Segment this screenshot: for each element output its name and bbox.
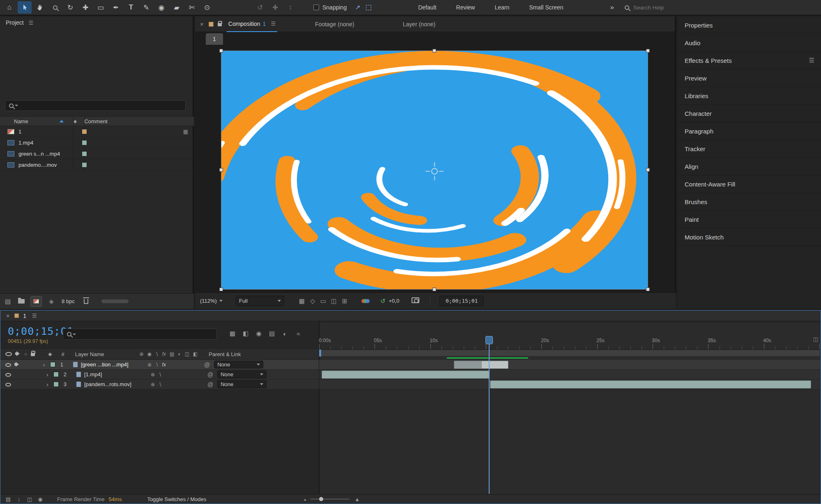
motion-blur-switch-header-icon[interactable]: ◐ <box>178 351 181 357</box>
parent-dropdown[interactable]: None <box>217 380 267 388</box>
zoom-tool-icon[interactable] <box>48 1 62 14</box>
adjustment-switch-header-icon[interactable]: ◫ <box>185 351 189 357</box>
panel-tab-brushes[interactable]: Brushes <box>677 193 821 211</box>
clone-stamp-tool-icon[interactable]: ◉ <box>154 1 168 14</box>
layer-visibility-icon[interactable] <box>5 361 11 368</box>
layer-name[interactable]: [1.mp4] <box>84 371 146 377</box>
layer-name-column-header[interactable]: Layer Name <box>75 351 104 357</box>
rotate-tool-icon[interactable]: ↻ <box>63 1 77 14</box>
selection-handle[interactable] <box>646 288 650 291</box>
comp-mini-flowchart-icon[interactable]: ▦ <box>227 329 238 338</box>
shy-switch-header-icon[interactable]: ◉ <box>147 351 152 357</box>
adjust-icon[interactable]: ◈ <box>46 297 57 306</box>
timeline-search-input[interactable] <box>79 331 213 337</box>
lock-column-icon[interactable] <box>31 351 35 357</box>
layer-switches-pane-icon[interactable]: ▤ <box>3 494 14 504</box>
home-icon[interactable]: ⌂ <box>2 1 16 14</box>
panel-tab-audio[interactable]: Audio <box>677 34 821 52</box>
layer-collapse-icon[interactable]: ⊕ <box>151 382 155 387</box>
playhead-line[interactable] <box>489 343 490 494</box>
snap-arrow-icon[interactable]: ↗ <box>352 2 363 13</box>
time-ruler[interactable]: 0:00s 05s 10s 15s 20s 25s 30s 35s 40s <box>319 335 820 350</box>
orbit-camera-tool-icon[interactable]: ↺ <box>253 1 267 14</box>
panel-tab-libraries[interactable]: Libraries <box>677 87 821 105</box>
transparency-grid-icon[interactable]: ◫ <box>329 296 339 306</box>
workspace-tab-small-screen[interactable]: Small Screen <box>529 4 563 11</box>
panel-tab-motion-sketch[interactable]: Motion Sketch <box>677 228 821 246</box>
viewer-panel-menu-icon[interactable]: ☰ <box>271 21 276 27</box>
layer-collapse-icon[interactable]: ⊕ <box>151 372 155 377</box>
panel-tab-paragraph[interactable]: Paragraph <box>677 122 821 140</box>
collapse-switch-header-icon[interactable]: ⊕ <box>140 351 144 357</box>
project-search-input[interactable] <box>21 103 182 109</box>
snap-bounds-icon[interactable] <box>363 2 374 13</box>
parent-pickwhip-icon[interactable]: @ <box>204 361 210 368</box>
grid-guides-icon[interactable]: ▦ <box>297 296 307 306</box>
label-color-swatch[interactable] <box>82 151 87 156</box>
label-color-swatch[interactable] <box>82 129 87 134</box>
pen-tool-icon[interactable]: ✒ <box>109 1 123 14</box>
effects-presets-menu-icon[interactable]: ☰ <box>809 57 814 64</box>
sort-ascending-icon[interactable] <box>60 120 64 122</box>
viewer-timecode[interactable]: 0;00;15;01 <box>439 296 484 306</box>
parent-pickwhip-icon[interactable]: @ <box>207 381 213 388</box>
tab-layer[interactable]: Layer (none) <box>403 21 435 28</box>
pan-behind-tool-icon[interactable]: ✚ <box>78 1 92 14</box>
layer-collapse-icon[interactable]: ⊕ <box>147 362 152 368</box>
threed-switch-header-icon[interactable]: ◧ <box>193 351 198 357</box>
column-header-label-icon[interactable]: ◆ <box>74 119 77 124</box>
label-color-swatch[interactable] <box>82 162 87 168</box>
timeline-zoom-handle[interactable] <box>319 497 323 501</box>
label-color-swatch[interactable] <box>82 140 87 145</box>
layer-quality-icon[interactable]: ∖ <box>155 362 159 368</box>
layer-visibility-icon[interactable] <box>5 381 11 388</box>
puppet-pin-tool-icon[interactable]: ⊙ <box>200 1 214 14</box>
exposure-value[interactable]: +0,0 <box>389 298 400 304</box>
timeline-tab-label[interactable]: 1 <box>23 313 26 319</box>
workspace-tab-learn[interactable]: Learn <box>494 4 509 11</box>
layer-label-swatch[interactable] <box>53 382 59 387</box>
panel-tab-effects-presets[interactable]: Effects & Presets ☰ <box>677 52 821 69</box>
panel-tab-character[interactable]: Character <box>677 105 821 122</box>
layer-label-swatch[interactable] <box>53 372 59 377</box>
layer-expander-icon[interactable]: › <box>46 371 48 378</box>
tab-footage[interactable]: Footage (none) <box>315 21 354 28</box>
viewer-tab-close-icon[interactable]: × <box>200 21 204 28</box>
project-row-comp-1[interactable]: 1 ▦ <box>0 126 194 137</box>
transfer-controls-pane-icon[interactable]: ↕ <box>14 494 24 504</box>
magnification-dropdown[interactable]: (112%) <box>200 298 223 304</box>
workspace-tab-default[interactable]: Default <box>418 4 436 11</box>
timeline-zoom-out-icon[interactable]: ▴ <box>304 497 306 502</box>
quality-switch-header-icon[interactable]: ∖ <box>155 351 159 357</box>
project-row-1mp4[interactable]: 1.mp4 <box>0 137 194 148</box>
hide-shy-layers-icon[interactable]: ◉ <box>253 329 264 338</box>
layer-row-2[interactable]: › 2 [1.mp4] ⊕ ∖ fx @ None <box>0 370 319 380</box>
panel-tab-tracker[interactable]: Tracker <box>677 140 821 158</box>
layer-row-3[interactable]: › 3 [pandem...rots.mov] ⊕ ∖ fx @ None <box>0 380 319 389</box>
layer-expander-icon[interactable]: › <box>46 381 48 388</box>
delete-item-icon[interactable] <box>84 298 88 305</box>
selection-handle[interactable] <box>432 288 436 291</box>
selection-tool-icon[interactable] <box>18 1 32 14</box>
snapping-checkbox[interactable] <box>313 5 319 10</box>
layer-visibility-icon[interactable] <box>5 371 11 378</box>
solo-column-icon[interactable]: ○ <box>24 351 27 357</box>
resolution-dropdown[interactable]: Full <box>236 296 284 306</box>
parent-dropdown[interactable]: None <box>214 361 263 368</box>
selection-handle[interactable] <box>646 49 650 53</box>
roto-brush-tool-icon[interactable]: ✄ <box>185 1 199 14</box>
layer-quality-icon[interactable]: ∖ <box>159 372 162 377</box>
project-footer-scrollbar[interactable] <box>101 299 129 303</box>
mask-visibility-icon[interactable]: ◇ <box>307 296 318 306</box>
panel-tab-properties[interactable]: Properties <box>677 16 821 34</box>
parent-dropdown[interactable]: None <box>217 371 267 378</box>
playhead-head[interactable] <box>485 336 493 344</box>
brush-tool-icon[interactable]: ✎ <box>139 1 153 14</box>
project-list-view-icon[interactable]: ▤ <box>2 297 13 306</box>
motion-blur-icon[interactable]: ◐ <box>280 329 290 338</box>
column-header-name[interactable]: Name <box>14 118 28 124</box>
layer-name[interactable]: [pandem...rots.mov] <box>84 381 146 387</box>
layer-label-swatch[interactable] <box>50 362 55 367</box>
layer-row-1[interactable]: › 1 [green ...tion ...mp4] ⊕ ∖ fx @ None <box>0 360 319 370</box>
new-folder-icon[interactable] <box>18 298 25 305</box>
